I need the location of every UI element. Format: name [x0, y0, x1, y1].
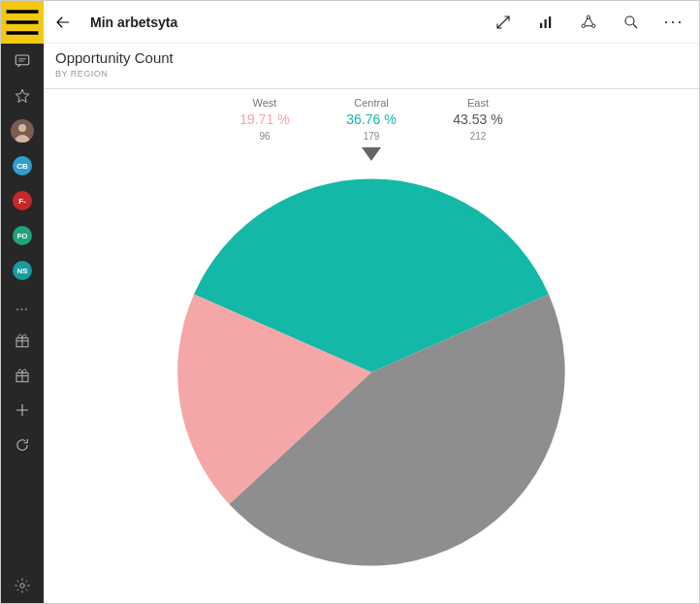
sidebar-item-apps2[interactable] [1, 358, 44, 393]
sidebar-item-workspace-cb[interactable]: CB [1, 148, 44, 183]
legend-percent: 36.76 % [342, 111, 400, 127]
avatar-icon [11, 119, 34, 143]
svg-point-5 [20, 584, 25, 588]
svg-rect-7 [545, 19, 547, 28]
more-button[interactable]: ··· [664, 13, 684, 32]
page-title: Min arbetsyta [90, 15, 177, 30]
legend-item-west[interactable]: West 19.71 % 96 [236, 97, 294, 161]
workspace-badge-cb: CB [13, 156, 32, 175]
sidebar-top: CB F- FO NS … [1, 1, 44, 462]
chart-type-button[interactable] [536, 13, 556, 32]
gear-icon [14, 577, 31, 594]
sidebar-item-workspace-ns[interactable]: NS [1, 253, 44, 288]
chart-subtitle: BY REGION [55, 69, 687, 79]
gift-icon [14, 332, 31, 349]
workspace-badge-fo: FO [13, 226, 32, 245]
expand-icon [494, 14, 512, 31]
refresh-icon [14, 436, 31, 454]
sidebar-item-settings[interactable] [1, 568, 44, 603]
legend-percent: 43.53 % [449, 111, 507, 127]
legend-label: West [236, 97, 294, 109]
sidebar-item-refresh[interactable] [1, 428, 44, 462]
expand-button[interactable] [493, 13, 513, 32]
share-icon [580, 14, 597, 31]
search-button[interactable] [621, 13, 641, 32]
gift-icon [14, 366, 31, 384]
chart-legend: West 19.71 % 96 Central 36.76 % 179 East… [236, 97, 507, 161]
legend-item-central[interactable]: Central 36.76 % 179 [342, 97, 400, 161]
ellipsis-icon: … [16, 298, 30, 313]
ellipsis-icon: ··· [664, 12, 684, 32]
legend-count: 96 [236, 131, 294, 142]
sidebar: CB F- FO NS … [1, 1, 44, 603]
star-icon [14, 87, 31, 105]
sidebar-item-apps1[interactable] [1, 323, 44, 358]
main: Min arbetsyta ··· Opportunity Count BY R… [44, 1, 699, 603]
svg-rect-8 [549, 16, 551, 28]
share-button[interactable] [579, 13, 598, 32]
header: Min arbetsyta ··· [44, 1, 699, 44]
workspace-badge-ns: NS [13, 261, 32, 280]
legend-count: 179 [342, 131, 400, 142]
hamburger-icon [1, 1, 44, 44]
pie-chart[interactable] [177, 178, 565, 570]
selected-pointer-icon [362, 147, 381, 161]
svg-point-10 [582, 24, 585, 27]
svg-point-2 [18, 124, 26, 132]
svg-point-11 [592, 24, 595, 27]
legend-label: East [449, 97, 507, 109]
pie-svg [177, 178, 565, 566]
chart-title: Opportunity Count [55, 49, 687, 66]
menu-toggle-button[interactable] [1, 1, 44, 44]
legend-label: Central [342, 97, 400, 109]
back-button[interactable] [49, 9, 77, 36]
plus-icon [14, 401, 31, 419]
chat-icon [14, 52, 31, 70]
sidebar-item-add[interactable] [1, 393, 44, 428]
workspace-badge-f: F- [13, 191, 32, 210]
search-icon [622, 14, 640, 31]
chart-area: West 19.71 % 96 Central 36.76 % 179 East… [44, 89, 699, 603]
legend-percent: 19.71 % [236, 111, 294, 127]
svg-rect-6 [540, 22, 542, 27]
sidebar-item-workspace-fo[interactable]: FO [1, 218, 44, 253]
svg-point-12 [625, 16, 634, 25]
legend-count: 212 [449, 131, 507, 142]
bar-chart-icon [537, 14, 555, 31]
sidebar-item-more[interactable]: … [1, 288, 44, 323]
svg-rect-0 [16, 55, 29, 65]
sidebar-item-profile[interactable] [1, 113, 44, 148]
sidebar-item-messages[interactable] [1, 44, 44, 79]
arrow-left-icon [54, 14, 72, 31]
legend-item-east[interactable]: East 43.53 % 212 [449, 97, 507, 161]
sidebar-item-favorites[interactable] [1, 79, 44, 113]
chart-header: Opportunity Count BY REGION [44, 44, 699, 89]
sidebar-item-workspace-f[interactable]: F- [1, 183, 44, 218]
